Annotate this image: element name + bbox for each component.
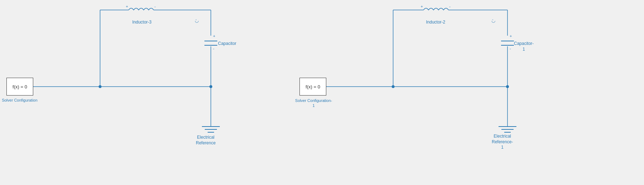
svg-text:-: - — [154, 4, 156, 9]
svg-text:+: + — [126, 4, 128, 9]
svg-text:-: - — [213, 46, 214, 51]
capacitor-label: Capacitor — [218, 41, 236, 46]
svg-text:+: + — [421, 4, 423, 9]
solver-configuration-2-box[interactable]: f(x) = 0 — [299, 78, 326, 96]
solver-2-formula: f(x) = 0 — [306, 84, 320, 89]
solver-configuration-2-label: Solver Configuration-1 — [295, 98, 332, 108]
svg-text:-: - — [449, 4, 451, 9]
svg-text:-: - — [510, 46, 511, 51]
electrical-reference-1-label: ElectricalReference-1 — [492, 134, 513, 150]
svg-text:+: + — [213, 34, 215, 38]
circuit-canvas: + - + - ◡ ‸ — [0, 0, 644, 185]
solver-configuration-box[interactable]: f(x) = 0 — [6, 78, 33, 96]
svg-text:+: + — [510, 34, 512, 38]
solver-configuration-label: Solver Configuration — [2, 98, 38, 102]
inductor-2-label: Inductor-2 — [426, 20, 445, 25]
inductor-3-label: Inductor-3 — [132, 20, 152, 25]
capacitor-1-label: Capacitor-1 — [514, 41, 534, 52]
solver-formula: f(x) = 0 — [13, 84, 27, 89]
electrical-reference-label: ElectricalReference — [196, 135, 216, 146]
